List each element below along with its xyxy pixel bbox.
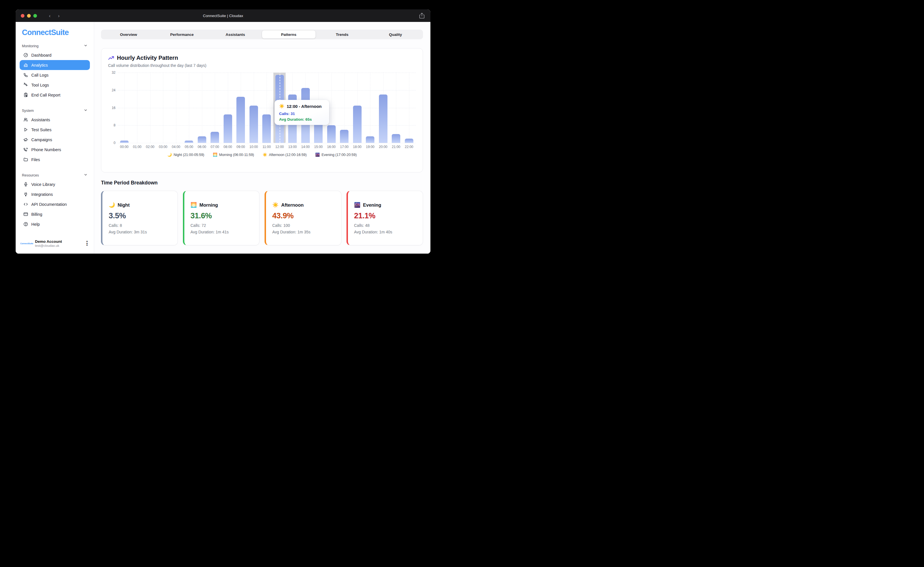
play-icon	[23, 127, 28, 132]
account-name: Demo Account	[35, 239, 85, 244]
x-tick-label: 17:00	[338, 145, 351, 149]
account-row[interactable]: ConnectSuite Demo Account test@cloudax.u…	[16, 236, 94, 254]
bar-17:00[interactable]	[340, 130, 348, 143]
sun-icon: ☀️	[279, 104, 285, 109]
section-header-monitoring[interactable]: Monitoring	[16, 40, 94, 50]
bar-19:00[interactable]	[366, 136, 374, 143]
sidebar-item-phone-numbers[interactable]: Phone Numbers	[20, 144, 90, 155]
users-icon	[23, 117, 28, 122]
chart-tooltip: ☀️ 12:00 - Afternoon Calls: 31 Avg Durat…	[274, 100, 329, 125]
legend-label: Afternoon (12:00-16:59)	[269, 153, 307, 157]
chart-title-row: Hourly Activity Pattern	[108, 55, 416, 61]
sidebar-item-help[interactable]: Help	[20, 219, 90, 229]
bar-06:00[interactable]	[198, 136, 206, 143]
trending-up-icon	[108, 56, 114, 61]
tab-overview[interactable]: Overview	[102, 30, 155, 38]
bar-10:00[interactable]	[249, 105, 258, 143]
bar-22:00[interactable]	[405, 138, 413, 143]
sidebar-item-campaigns[interactable]: Campaigns	[20, 135, 90, 144]
share-icon[interactable]	[419, 12, 425, 19]
x-tick-label: 07:00	[208, 145, 222, 149]
bar-09:00[interactable]	[236, 97, 245, 143]
bar-21:00[interactable]	[392, 134, 400, 143]
sidebar-item-test-suites[interactable]: Test Suites	[20, 125, 90, 135]
sidebar-item-integrations[interactable]: Integrations	[20, 189, 90, 199]
x-tick-label: 15:00	[312, 145, 325, 149]
period-avg-duration: Avg Duration: 1m 41s	[190, 230, 253, 234]
y-axis: 32241680	[108, 72, 118, 143]
clipboard-clock-icon	[23, 93, 28, 97]
sidebar-item-label: Billing	[31, 212, 42, 217]
bar-07:00[interactable]	[210, 132, 219, 143]
tab-quality[interactable]: Quality	[369, 30, 422, 38]
gauge-icon	[23, 53, 28, 57]
legend-label: Night (21:00-05:59)	[174, 153, 204, 157]
bar-20:00[interactable]	[379, 95, 387, 143]
window-title: ConnectSuite | Cloudax	[16, 14, 430, 18]
sidebar-item-call-logs[interactable]: Call Logs	[20, 70, 90, 80]
sidebar-item-billing[interactable]: Billing	[20, 209, 90, 219]
x-tick-label: 12:00	[273, 145, 286, 149]
sidebar-item-label: Campaigns	[31, 137, 52, 142]
period-avg-duration: Avg Duration: 1m 35s	[272, 230, 335, 234]
sidebar-item-label: Integrations	[31, 192, 53, 197]
sidebar-item-analytics[interactable]: Analytics	[20, 60, 90, 70]
credit-card-icon	[23, 212, 28, 217]
app-logo: ConnectSuite	[22, 28, 94, 37]
x-tick-label: 11:00	[260, 145, 273, 149]
sidebar-item-api-documentation[interactable]: API Documentation	[20, 199, 90, 209]
sidebar-item-label: Analytics	[31, 63, 48, 68]
bar-08:00[interactable]	[224, 114, 232, 143]
tab-patterns[interactable]: Patterns	[262, 30, 315, 38]
legend-emoji-icon: 🌆	[315, 153, 320, 157]
y-tick-label: 32	[112, 71, 116, 75]
breakdown-card-morning: 🌅Morning31.6%Calls: 72Avg Duration: 1m 4…	[183, 191, 260, 245]
x-tick-label: 02:00	[144, 145, 157, 149]
tab-assistants[interactable]: Assistants	[208, 30, 262, 38]
sidebar-item-end-call-report[interactable]: End Call Report	[20, 90, 90, 100]
x-tick-label: 14:00	[299, 145, 312, 149]
sidebar-item-voice-library[interactable]: Voice Library	[20, 179, 90, 189]
sidebar-item-label: Tool Logs	[31, 83, 49, 87]
tab-performance[interactable]: Performance	[155, 30, 209, 38]
legend-emoji-icon: 🌙	[167, 153, 172, 157]
tooltip-duration: Avg Duration: 65s	[279, 117, 325, 122]
section-header-system[interactable]: System	[16, 104, 94, 115]
afternoon-emoji-icon: ☀️	[272, 202, 279, 208]
x-tick-label: 03:00	[157, 145, 170, 149]
period-calls: Calls: 100	[272, 223, 335, 228]
plug-icon	[23, 192, 28, 197]
x-tick-label: 16:00	[325, 145, 338, 149]
legend-item-afternoon: ☀️Afternoon (12:00-16:59)	[262, 153, 307, 157]
period-name: Morning	[200, 202, 218, 208]
y-tick-label: 24	[112, 88, 116, 92]
chevron-down-icon	[84, 44, 88, 48]
bar-11:00[interactable]	[262, 114, 271, 143]
sidebar-item-label: Phone Numbers	[31, 147, 61, 152]
period-percent: 21.1%	[354, 212, 417, 220]
plot-area	[118, 72, 416, 143]
x-tick-label: 00:00	[118, 145, 131, 149]
bar-05:00[interactable]	[184, 141, 193, 143]
period-percent: 31.6%	[190, 212, 253, 220]
section-header-resources[interactable]: Resources	[16, 169, 94, 179]
sidebar: ConnectSuite MonitoringDashboardAnalytic…	[16, 22, 94, 254]
legend-item-night: 🌙Night (21:00-05:59)	[167, 153, 204, 157]
sidebar-item-files[interactable]: Files	[20, 155, 90, 164]
sidebar-item-label: Dashboard	[31, 53, 51, 57]
period-calls: Calls: 48	[354, 223, 417, 228]
legend-item-morning: 🌅Morning (06:00-11:59)	[213, 153, 254, 157]
sidebar-item-dashboard[interactable]: Dashboard	[20, 50, 90, 60]
bar-16:00[interactable]	[327, 125, 336, 143]
sidebar-item-assistants[interactable]: Assistants	[20, 115, 90, 125]
x-tick-label: 10:00	[247, 145, 260, 149]
bar-00:00[interactable]	[120, 141, 129, 143]
sidebar-item-tool-logs[interactable]: Tool Logs	[20, 80, 90, 90]
account-menu-icon[interactable]: •••	[85, 241, 89, 246]
bar-18:00[interactable]	[353, 105, 362, 143]
period-percent: 3.5%	[109, 212, 171, 220]
x-tick-label: 23:00	[416, 145, 416, 149]
folder-icon	[23, 157, 28, 162]
x-tick-label: 21:00	[390, 145, 403, 149]
tab-trends[interactable]: Trends	[315, 30, 369, 38]
